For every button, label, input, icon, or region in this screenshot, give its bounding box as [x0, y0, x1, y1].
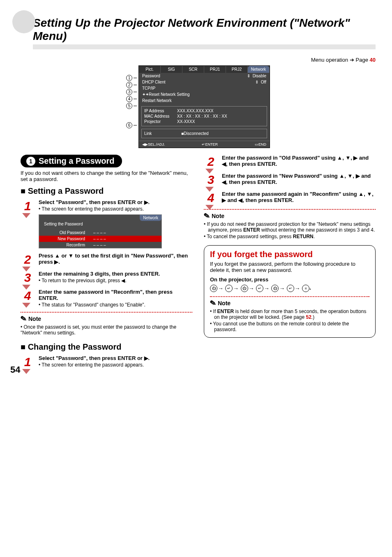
- note-body-right: • If you do not need the password protec…: [204, 221, 376, 239]
- row-restart: Restart Network: [142, 98, 172, 103]
- menu-screenshot: Pict. SIG SCR PRJ1 PRJ2 Network Password…: [138, 65, 270, 148]
- step1-sub: • The screen for entering the password a…: [39, 206, 192, 212]
- pwbox-new: New Password: [44, 237, 93, 241]
- enter-icon: ↵: [256, 285, 263, 292]
- rnote-b2: To cancel the password settings, press R…: [207, 234, 315, 239]
- note-icon: ✎: [20, 314, 28, 324]
- standby-icon: ⏻: [210, 285, 217, 292]
- step3-title: Enter the remaining 3 digits, then press…: [39, 271, 192, 277]
- row-dhcp: DHCP Client: [142, 80, 255, 84]
- link-v: Disconnected: [184, 131, 209, 136]
- note-title-right: Note: [212, 213, 224, 219]
- rstep3-num: 3: [204, 173, 218, 187]
- footer-end: END: [258, 142, 266, 146]
- step3-sub: • To return to the previous digit, press…: [39, 278, 192, 283]
- subhead-setting-text: Setting a Password: [28, 186, 104, 195]
- pwbox-new-val: – – – –: [93, 237, 106, 241]
- step1-num: 1: [21, 199, 35, 248]
- rstep4-num: 4: [204, 191, 218, 205]
- step1-title: Select "Password", then press ENTER or ▶…: [39, 199, 192, 205]
- forget-note-body: • If ENTER is held down for more than 5 …: [210, 309, 369, 332]
- menu-op-text: Menu operation ➔ Page: [311, 57, 370, 63]
- rstep2-title: Enter the password in "Old Password" usi…: [222, 155, 376, 167]
- fnote-b2: You cannot use the buttons on the remote…: [213, 321, 349, 332]
- info-ip-k: IP Address: [144, 109, 177, 113]
- enter-icon: ↵: [225, 285, 233, 292]
- pwbox-title: Setting the Password: [39, 221, 161, 227]
- section-pill: 1 Setting a Password: [21, 155, 122, 167]
- pill-num: 1: [26, 157, 35, 166]
- rnote-b1: If you do not need the password protecti…: [207, 221, 375, 233]
- tab-scr: SCR: [182, 66, 204, 73]
- tab-sig: SIG: [161, 66, 182, 73]
- note-icon: ✎: [203, 211, 211, 221]
- pwbox-reconfirm: Reconfirm: [44, 243, 93, 247]
- forget-note-title: Note: [218, 300, 231, 306]
- note-head-left: ✎Note: [21, 314, 192, 323]
- step3-num: 3: [21, 271, 35, 285]
- footer-enter: ENTER: [205, 142, 218, 146]
- footer-sel: SEL./ADJ.: [148, 142, 165, 146]
- row-reset: Reset Network Setting: [149, 92, 190, 97]
- section-intro: If you do not want others to change the …: [21, 170, 192, 182]
- pwbox-old: Old Password: [44, 230, 93, 235]
- forget-seq-head: On the projector, press: [210, 276, 369, 283]
- rstep3-title: Enter the password in "New Password" usi…: [222, 173, 376, 185]
- standby-icon: ⏻: [271, 285, 279, 292]
- link-k: Link: [144, 131, 181, 136]
- step4-num: 4: [21, 289, 35, 308]
- forget-box: If you forget the password If you forget…: [204, 245, 376, 338]
- step2-num: 2: [21, 253, 35, 267]
- row-password-val: Disable: [253, 74, 266, 78]
- info-proj-v: XX-XXXX: [177, 119, 195, 124]
- rstep4-title: Enter the same password again in "Reconf…: [222, 191, 376, 203]
- forget-title: If you forget the password: [210, 250, 369, 259]
- pwbox-old-val: – – – –: [93, 230, 106, 235]
- tab-prj1: PRJ1: [204, 66, 226, 73]
- cstep1-num: 1: [21, 355, 35, 369]
- forget-pageref: 52: [306, 314, 311, 320]
- cstep1-sub: • The screen for entering the password a…: [39, 362, 192, 368]
- tab-network: Network: [248, 66, 270, 73]
- row-dhcp-val: Off: [261, 80, 266, 84]
- menu-icon: ≡: [302, 285, 309, 292]
- tab-pict: Pict.: [139, 66, 161, 73]
- cstep1-title: Select "Password", then press ENTER or ▶…: [39, 355, 192, 361]
- title-underline: [33, 44, 376, 49]
- subhead-setting: ■ Setting a Password: [21, 186, 192, 196]
- note-body-left: • Once the password is set, you must ent…: [21, 324, 192, 336]
- menu-op-page: 40: [370, 57, 376, 63]
- tab-prj2: PRJ2: [226, 66, 248, 73]
- pill-text: Setting a Password: [39, 156, 115, 166]
- page-number: 54: [10, 364, 20, 375]
- step4-title: Enter the same password in "Reconfirm", …: [39, 289, 192, 301]
- menu-operation-ref: Menu operation ➔ Page 40: [21, 57, 376, 63]
- enter-icon: ↵: [287, 285, 294, 292]
- page-title: Setting Up the Projector Network Environ…: [33, 16, 376, 43]
- fnote-b1: If ENTER is held down for more than 5 se…: [213, 309, 367, 320]
- button-sequence: ⏻→ ↵→ ⏻→ ↵→ ⏻→ ↵→ ≡.: [210, 284, 369, 292]
- step2-title: Press ▲ or ▼ to set the first digit in "…: [39, 253, 192, 265]
- info-ip-v: XXX.XXX.XXX.XXX: [177, 109, 213, 113]
- standby-icon: ⏻: [241, 285, 248, 292]
- forget-intro: If you forget the password, perform the …: [210, 261, 369, 273]
- note-head-forget: ✎Note: [210, 299, 369, 308]
- row-tcpip: TCP/IP: [142, 86, 155, 91]
- note-head-right: ✎Note: [204, 211, 376, 220]
- pwbox-reconfirm-val: – – – –: [93, 243, 106, 247]
- row-password: Password: [142, 74, 247, 78]
- note-title-left: Note: [28, 316, 41, 322]
- password-screenshot: Network Setting the Password Old Passwor…: [39, 214, 162, 248]
- circle-labels: 1 2 3 4 5 6: [126, 75, 138, 148]
- subhead-changing-text: Changing the Password: [28, 342, 122, 351]
- rstep2-num: 2: [204, 155, 218, 169]
- info-mac-v: XX : XX : XX : XX : XX : XX: [177, 114, 227, 118]
- info-proj-k: Projector: [144, 119, 177, 124]
- step4-sub: • The status for "Password" changes to "…: [39, 302, 192, 308]
- subhead-changing: ■ Changing the Password: [21, 342, 192, 352]
- pwbox-tab: Network: [140, 215, 161, 221]
- decorative-circle: [12, 10, 35, 33]
- info-mac-k: MAC Address: [144, 114, 177, 118]
- note-icon: ✎: [209, 298, 217, 308]
